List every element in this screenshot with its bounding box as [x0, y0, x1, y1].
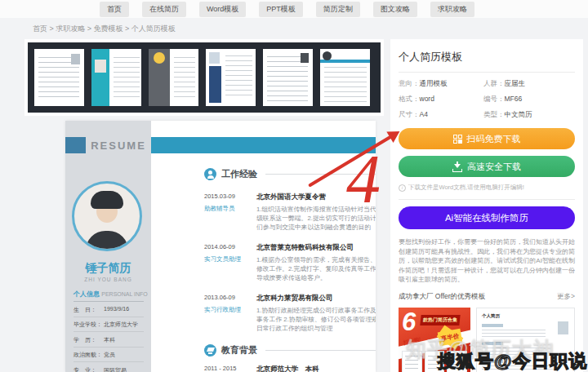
personal-info-subtitle: PERSONAL INFO — [101, 291, 148, 297]
band-block — [65, 137, 86, 153]
divider — [399, 72, 575, 73]
annotation-step-number: 4 — [346, 145, 381, 214]
entry-period: 2015.03-09 — [204, 193, 256, 200]
resume-name: 锤子简历 — [65, 261, 151, 276]
info-icon: i — [399, 184, 406, 192]
resume-header-band: RESUME — [65, 137, 376, 153]
promo-resume-title: 个人简历 — [482, 313, 569, 319]
template-thumbnail-4[interactable] — [206, 49, 256, 106]
work-entry: 2014.06-09 实习文员助理 北京普莱克特数码科技有限公司 1.根据办公室… — [204, 243, 376, 282]
entry-org: 北京普莱克特数码科技有限公司 — [256, 243, 376, 253]
work-entry: 2013.06-09 实习行政助理 北京科力莱贸易有限公司 1.协助行政副经理完… — [204, 294, 376, 333]
template-thumbnail-2[interactable] — [91, 49, 141, 106]
divider — [399, 199, 575, 200]
more-templates-title: 成功拿大厂 Offer的优秀模板 — [399, 292, 485, 302]
qr-free-download-button[interactable]: 扫码免费下载 — [399, 128, 575, 149]
page: 首页 在线简历 Word模板 PPT模板 简历定制 图文攻略 求职攻略 首页 >… — [0, 0, 588, 372]
work-section-title: 工作经验 — [221, 168, 257, 180]
resume-name-pinyin: ZHI YOU BANG — [65, 277, 151, 282]
more-templates-heading: 成功拿大厂 Offer的优秀模板 更多> — [399, 292, 575, 302]
nav-item-home[interactable]: 首页 — [100, 2, 129, 17]
entry-period: 2014.06-09 — [204, 243, 256, 250]
personal-info-title: 个人信息 — [74, 290, 100, 298]
page-title: 个人简历模板 — [399, 50, 575, 64]
breadcrumb[interactable]: 首页 > 求职攻略 > 免费模板 > 个人简历模板 — [33, 24, 176, 34]
template-thumbnail-3[interactable] — [149, 49, 198, 106]
meta-cell: 类型：中文简历 — [483, 110, 575, 120]
resume-header-title: RESUME — [86, 137, 151, 153]
personal-info-heading: 个人信息 PERSONAL INFO — [74, 290, 144, 302]
promo-number: 6 — [402, 308, 416, 337]
meta-cell: 尺寸：A4 — [399, 110, 483, 120]
band-bar — [151, 137, 376, 153]
template-thumbnail-6[interactable] — [320, 49, 370, 106]
top-nav: 首页 在线简历 Word模板 PPT模板 简历定制 图文攻略 求职攻略 — [0, 0, 588, 18]
entry-role: 实习行政助理 — [204, 306, 256, 314]
fast-safe-download-button[interactable]: 高速安全下载 — [399, 156, 575, 177]
graduation-cap-icon — [204, 344, 216, 356]
ai-builder-label: Ai智能在线制作简历 — [445, 212, 528, 224]
entry-period: 2013.06-09 — [204, 294, 256, 301]
template-gallery — [24, 39, 384, 116]
details-panel: 个人简历模板 意向：通用模板 人群：应届生 格式：word 编号：MF66 尺寸… — [390, 39, 583, 372]
entry-desc: 1.根据办公室领导的需求，完成有关报告、文稿的起草、修改工作。2.完成打字、复印… — [256, 255, 376, 282]
nav-item-online-resume[interactable]: 在线简历 — [142, 2, 186, 17]
avatar — [72, 181, 142, 251]
resume-preview: RESUME 锤子简历 ZHI YOU BANG 个人信息 PERSONAL I… — [65, 121, 376, 372]
promo-headline: 款热门简历合集 — [420, 315, 460, 326]
info-row: 政治面貌：党员 — [74, 348, 144, 363]
ai-description: 要想找到份好工作，你需要一份好的简历，我们知道从头开始创建简历可能具有挑战性。因… — [399, 237, 575, 285]
nav-item-resume-custom[interactable]: 简历定制 — [316, 2, 360, 17]
education-section-title: 教育背景 — [221, 344, 257, 356]
meta-cell: 编号：MF66 — [483, 95, 575, 104]
person-icon — [204, 168, 216, 180]
education-entry: 2011 - 2015 北京师范大学 本科 — [204, 365, 376, 372]
meta-cell: 格式：word — [399, 95, 483, 104]
template-thumbnail-5[interactable] — [263, 49, 313, 106]
entry-desc: 1.协助行政副经理完成公司行政事务工作及部门内部日常事务工作 2.协助审核、修订… — [256, 306, 376, 333]
qr-code-icon — [453, 135, 462, 144]
download-icon — [452, 162, 462, 172]
entry-org: 北京师范大学 本科 — [256, 365, 376, 372]
nav-item-job-guides[interactable]: 求职攻略 — [430, 2, 474, 17]
info-row: 毕业学校：北京师范大学 — [74, 317, 144, 333]
promo-resume-photo — [558, 321, 568, 334]
entry-org: 北京科力莱贸易有限公司 — [256, 294, 376, 303]
template-thumbnail-1[interactable] — [34, 49, 84, 106]
info-row: 学 历：本科 — [74, 332, 144, 348]
divider — [265, 350, 376, 351]
template-gallery-track — [28, 42, 381, 113]
info-row: 生 日：1993/9/16 — [74, 302, 144, 317]
nav-item-article-guides[interactable]: 图文攻略 — [373, 2, 417, 17]
watermark-sohu: 搜狐号@今日职说 — [438, 349, 587, 372]
entry-role: 实习文员助理 — [204, 255, 256, 264]
ai-online-builder-button[interactable]: Ai智能在线制作简历 — [399, 206, 575, 229]
qr-download-label: 扫码免费下载 — [467, 133, 521, 145]
download-note-text: 下载文件是Word文档,请使用电脑打开编辑! — [408, 184, 524, 192]
info-row: 专 业：国际贸易 — [74, 362, 144, 372]
meta-cell: 意向：通用模板 — [399, 79, 483, 89]
nav-item-word-templates[interactable]: Word模板 — [199, 2, 246, 17]
meta-cell: 人群：应届生 — [483, 79, 575, 89]
download-note: i 下载文件是Word文档,请使用电脑打开编辑! — [399, 184, 575, 192]
entry-period: 2011 - 2015 — [204, 365, 256, 372]
education-section-heading: 教育背景 — [204, 344, 376, 356]
nav-item-ppt-templates[interactable]: PPT模板 — [259, 2, 303, 17]
entry-role: 助教辅导员 — [204, 205, 256, 213]
template-meta: 意向：通用模板 人群：应届生 格式：word 编号：MF66 尺寸：A4 类型：… — [399, 79, 575, 120]
personal-info-fields: 生 日：1993/9/16 毕业学校：北京师范大学 学 历：本科 政治面貌：党员… — [74, 302, 144, 372]
fast-download-label: 高速安全下载 — [467, 161, 521, 173]
more-link[interactable]: 更多> — [557, 292, 575, 302]
